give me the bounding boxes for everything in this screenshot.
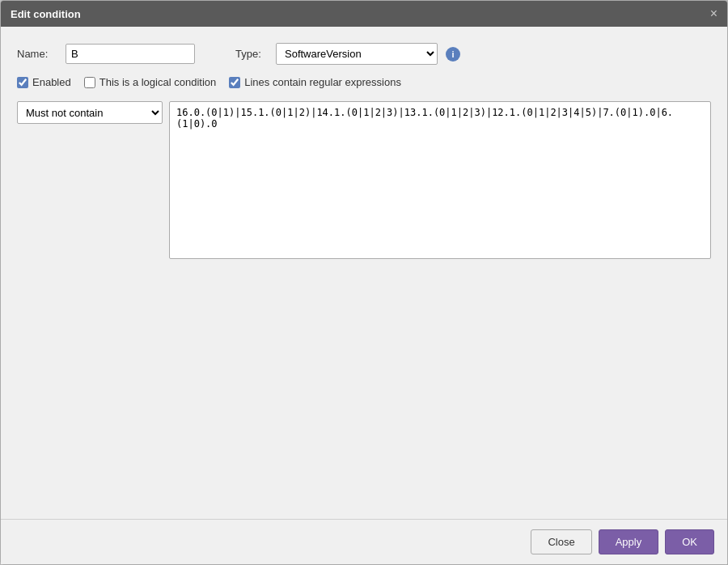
condition-row: Must not contain Must contain Equals Not… (17, 101, 711, 259)
dialog-footer: Close Apply OK (1, 519, 727, 564)
name-label: Name: (17, 48, 57, 60)
enabled-checkbox-label[interactable]: Enabled (17, 76, 71, 88)
checkboxes-row: Enabled This is a logical condition Line… (17, 76, 711, 88)
condition-select[interactable]: Must not contain Must contain Equals Not… (17, 101, 163, 124)
logical-checkbox-label[interactable]: This is a logical condition (84, 76, 217, 88)
name-input[interactable] (66, 44, 195, 64)
lines-label: Lines contain regular expressions (244, 76, 401, 88)
type-label: Type: (235, 48, 268, 60)
type-select[interactable]: SoftwareVersion Version String Number (276, 43, 438, 65)
dialog-title: Edit condition (11, 8, 81, 20)
name-group: Name: (17, 44, 195, 64)
dialog-header: Edit condition × (1, 1, 727, 27)
enabled-label: Enabled (32, 76, 71, 88)
type-group: Type: SoftwareVersion Version String Num… (235, 43, 460, 65)
enabled-checkbox[interactable] (17, 77, 28, 88)
ok-button[interactable]: OK (665, 529, 714, 554)
close-button[interactable]: Close (531, 529, 591, 554)
dialog-body: Name: Type: SoftwareVersion Version Stri… (1, 27, 727, 519)
edit-condition-dialog: Edit condition × Name: Type: SoftwareVer… (0, 0, 728, 565)
logical-checkbox[interactable] (84, 77, 95, 88)
dialog-close-button[interactable]: × (710, 7, 717, 20)
name-type-row: Name: Type: SoftwareVersion Version Stri… (17, 43, 711, 65)
logical-label: This is a logical condition (99, 76, 217, 88)
apply-button[interactable]: Apply (599, 529, 659, 554)
lines-checkbox-label[interactable]: Lines contain regular expressions (229, 76, 401, 88)
lines-checkbox[interactable] (229, 77, 240, 88)
condition-textarea[interactable]: 16.0.(0|1)|15.1.(0|1|2)|14.1.(0|1|2|3)|1… (169, 101, 711, 259)
type-info-icon[interactable]: i (446, 47, 460, 62)
